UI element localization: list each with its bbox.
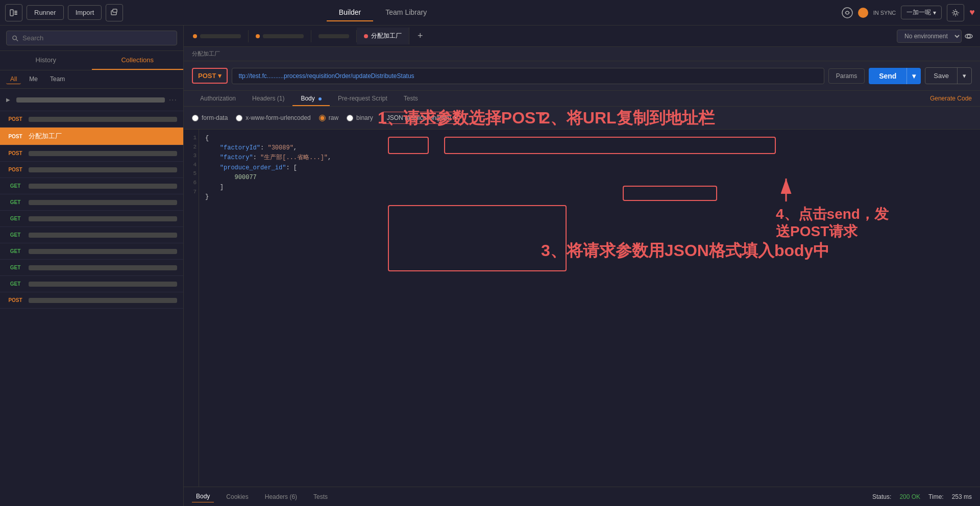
list-item[interactable]: POST — [0, 145, 183, 162]
add-tab-button[interactable]: + — [411, 27, 429, 45]
url-input[interactable] — [232, 68, 824, 84]
expand-arrow-icon[interactable]: ▶ — [2, 93, 12, 107]
time-value: 253 ms — [952, 493, 972, 500]
list-item[interactable]: POST — [0, 292, 183, 309]
list-item[interactable]: GET — [0, 276, 183, 292]
tab-builder[interactable]: Builder — [327, 4, 374, 21]
code-line: "factory": "生产部[...省略...]", — [205, 153, 974, 163]
tab-item-1[interactable] — [186, 30, 249, 42]
tab-active-label: 分配加工厂 — [371, 32, 402, 40]
filter-all[interactable]: All — [6, 74, 21, 84]
main-layout: History Collections All Me Team ▶ ··· PO… — [0, 26, 980, 506]
method-post-badge: POST — [6, 115, 24, 123]
bottom-tab-cookies[interactable]: Cookies — [222, 491, 252, 502]
req-tab-body[interactable]: Body — [292, 91, 330, 106]
import-button[interactable]: Import — [68, 5, 102, 20]
nav-center: Builder Team Library — [327, 4, 439, 21]
req-tab-tests[interactable]: Tests — [396, 91, 426, 106]
svg-rect-2 — [14, 12, 17, 13]
tab-item-4-active[interactable]: 分配加工厂 — [357, 28, 409, 44]
code-line: ] — [205, 183, 974, 192]
bottom-tab-body[interactable]: Body — [192, 491, 214, 502]
sync-indicator — [842, 7, 853, 18]
list-item[interactable]: GET — [0, 260, 183, 276]
user-button[interactable]: 一加一呢 ▾ — [901, 6, 942, 19]
sidebar-toggle[interactable] — [5, 4, 22, 21]
tab-dot-icon — [193, 34, 197, 38]
item-label — [29, 200, 177, 205]
radio-binary[interactable]: binary — [347, 114, 373, 121]
save-label[interactable]: Save — [925, 68, 957, 84]
method-get-badge: GET — [6, 231, 24, 239]
send-dropdown-icon[interactable]: ▾ — [906, 68, 921, 84]
list-item[interactable]: POST — [0, 111, 183, 128]
method-post-badge: POST — [6, 149, 24, 157]
req-tab-headers[interactable]: Headers (1) — [244, 91, 292, 106]
req-tab-authorization[interactable]: Authorization — [192, 91, 244, 106]
time-label: Time: — [928, 493, 944, 500]
tab-collections[interactable]: Collections — [92, 51, 184, 70]
method-get-badge: GET — [6, 215, 24, 222]
environment-dropdown[interactable]: No environment — [897, 30, 962, 43]
send-button[interactable]: Send ▾ — [869, 68, 921, 84]
list-item[interactable]: GET — [0, 178, 183, 194]
eye-icon[interactable] — [965, 32, 973, 40]
bottom-tab-tests[interactable]: Tests — [309, 491, 332, 502]
list-item[interactable]: POST — [0, 162, 183, 178]
radio-raw[interactable]: raw — [319, 114, 338, 121]
item-label — [29, 233, 177, 238]
tab-team-library[interactable]: Team Library — [373, 4, 439, 21]
new-tab-button[interactable] — [106, 4, 123, 21]
req-tab-prerequest[interactable]: Pre-request Script — [330, 91, 396, 106]
save-button[interactable]: Save ▾ — [925, 67, 972, 84]
list-item[interactable]: GET — [0, 227, 183, 243]
radio-urlencoded[interactable]: x-www-form-urlencoded — [236, 114, 310, 121]
method-post-badge: POST — [6, 166, 24, 173]
line-numbers: 1234567 — [184, 130, 199, 487]
list-item-active[interactable]: POST 分配加工厂 — [0, 128, 183, 145]
send-label[interactable]: Send — [869, 68, 906, 84]
json-type-selector[interactable]: JSON (application/json) ▾ — [381, 112, 463, 124]
bottom-tab-headers[interactable]: Headers (6) — [261, 491, 301, 502]
status-value: 200 OK — [899, 493, 920, 500]
tabs-bar: 分配加工厂 + No environment — [184, 26, 980, 47]
body-options: form-data x-www-form-urlencoded raw bina… — [184, 107, 980, 130]
method-post-badge: POST — [6, 296, 24, 304]
list-item[interactable]: GET — [0, 211, 183, 227]
search-box[interactable] — [6, 31, 177, 45]
item-label — [29, 298, 177, 303]
sync-dot — [858, 8, 868, 18]
filter-team[interactable]: Team — [46, 74, 69, 84]
environment-selector: No environment — [897, 30, 978, 43]
tab-label — [263, 34, 304, 38]
code-line: "factoryId": "30089", — [205, 143, 974, 153]
search-input[interactable] — [22, 34, 172, 42]
body-editor[interactable]: 1234567 { "factoryId": "30089", "factory… — [184, 130, 980, 487]
tab-item-2[interactable] — [249, 30, 311, 42]
item-more-icon[interactable]: ··· — [169, 95, 177, 105]
params-button[interactable]: Params — [828, 68, 865, 84]
method-selector[interactable]: POST ▾ — [192, 68, 228, 84]
heart-button[interactable]: ♥ — [969, 7, 975, 18]
code-area[interactable]: { "factoryId": "30089", "factory": "生产部[… — [199, 130, 980, 487]
method-get-badge: GET — [6, 247, 24, 255]
url-bar: POST ▾ Params Send ▾ Save ▾ — [184, 61, 980, 91]
code-line: } — [205, 192, 974, 202]
breadcrumb: 分配加工厂 — [184, 47, 980, 61]
svg-rect-3 — [14, 14, 17, 15]
editor-content: 1234567 { "factoryId": "30089", "factory… — [184, 130, 980, 487]
svg-point-6 — [842, 8, 852, 18]
runner-button[interactable]: Runner — [27, 5, 64, 20]
list-item[interactable]: GET — [0, 243, 183, 260]
list-item[interactable]: GET — [0, 194, 183, 211]
tab-label — [318, 34, 349, 38]
settings-button[interactable] — [947, 4, 964, 21]
tab-item-3[interactable] — [311, 30, 357, 42]
radio-form-data[interactable]: form-data — [192, 114, 228, 121]
generate-code-link[interactable]: Generate Code — [930, 91, 972, 106]
list-item[interactable]: ▶ ··· — [0, 89, 183, 111]
filter-me[interactable]: Me — [25, 74, 42, 84]
method-get-badge: GET — [6, 198, 24, 206]
tab-history[interactable]: History — [0, 51, 92, 70]
save-dropdown-icon[interactable]: ▾ — [957, 68, 971, 84]
